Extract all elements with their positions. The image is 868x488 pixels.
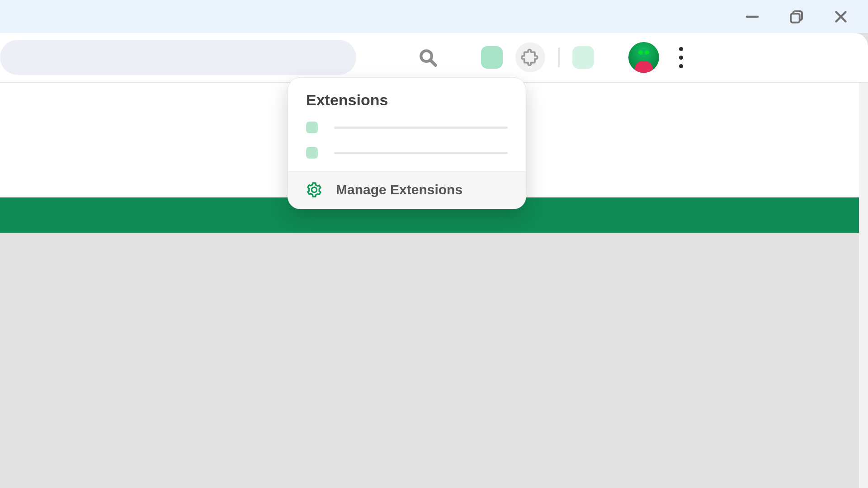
gear-icon (306, 182, 322, 198)
window-close-button[interactable] (832, 8, 850, 26)
kebab-dot-icon (679, 47, 683, 51)
scrollbar-track[interactable] (859, 83, 868, 488)
kebab-dot-icon (679, 56, 683, 60)
extension-item-label-placeholder (334, 152, 508, 154)
browser-toolbar (0, 33, 868, 83)
search-button[interactable] (413, 43, 442, 72)
maximize-icon (788, 9, 805, 25)
window-titlebar (0, 0, 868, 33)
minimize-icon (744, 9, 760, 25)
extension-item[interactable] (306, 122, 508, 133)
extensions-menu-button[interactable] (515, 42, 545, 72)
browser-menu-button[interactable] (672, 44, 690, 71)
window-minimize-button[interactable] (743, 8, 761, 26)
extension-item[interactable] (306, 147, 508, 159)
extension-item-label-placeholder (334, 127, 508, 129)
toolbar-separator (558, 47, 560, 67)
puzzle-icon (521, 48, 539, 66)
manage-extensions-label: Manage Extensions (336, 182, 462, 197)
extension-chip-2[interactable] (572, 46, 594, 69)
svg-line-6 (431, 61, 436, 66)
kebab-dot-icon (679, 64, 683, 68)
close-icon (833, 9, 849, 25)
extensions-list (288, 119, 526, 171)
extensions-dropdown: Extensions Manage Extensions (288, 77, 526, 209)
extensions-dropdown-title: Extensions (288, 78, 526, 119)
extension-item-icon (306, 147, 318, 159)
search-icon (417, 47, 438, 68)
manage-extensions-button[interactable]: Manage Extensions (288, 171, 526, 209)
svg-rect-2 (791, 14, 800, 23)
window-maximize-button[interactable] (788, 8, 806, 26)
profile-avatar-button[interactable] (628, 42, 659, 73)
address-bar[interactable] (0, 40, 356, 75)
extension-chip-1[interactable] (481, 46, 503, 69)
extension-item-icon (306, 122, 318, 133)
